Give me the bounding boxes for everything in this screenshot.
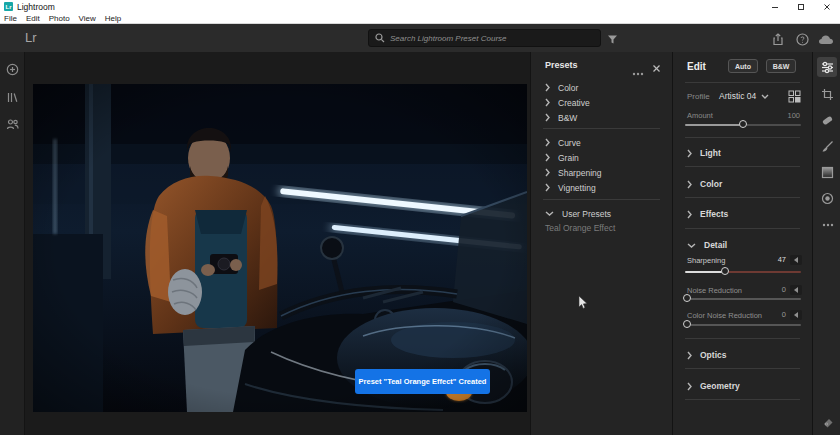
divider <box>685 338 800 339</box>
section-label: Geometry <box>700 381 740 391</box>
chevron-right-icon <box>545 98 550 107</box>
radial-gradient-tool-button[interactable] <box>820 191 835 206</box>
section-optics[interactable]: Optics <box>687 348 726 362</box>
crop-tool-button[interactable] <box>820 87 835 102</box>
divider <box>685 368 800 369</box>
amount-slider[interactable] <box>685 124 801 126</box>
chevron-down-icon <box>687 243 696 248</box>
search-input[interactable] <box>390 34 594 43</box>
section-detail[interactable]: Detail <box>687 238 727 252</box>
more-dots-icon <box>822 223 834 227</box>
chevron-right-icon <box>687 180 692 189</box>
noise-reduction-value: 0 <box>782 285 786 294</box>
add-photos-button[interactable] <box>6 62 19 75</box>
section-label: Optics <box>700 350 726 360</box>
brush-tool-button[interactable] <box>820 139 835 154</box>
auto-button[interactable]: Auto <box>728 59 758 73</box>
edit-panel-title: Edit <box>687 61 706 72</box>
albums-button[interactable] <box>6 90 19 103</box>
edit-panel: Edit Auto B&W Profile Artistic 04 Amount… <box>672 52 812 435</box>
linear-gradient-tool-button[interactable] <box>820 165 835 180</box>
profile-label: Profile <box>687 92 710 101</box>
lightroom-logo: Lr <box>25 30 37 45</box>
noise-reduction-slider[interactable] <box>685 298 801 300</box>
triangle-left-icon <box>794 257 798 263</box>
healing-tool-button[interactable] <box>820 113 835 128</box>
search-box[interactable] <box>368 29 601 47</box>
preset-group-creative[interactable]: Creative <box>545 96 590 109</box>
preset-group-label: Vignetting <box>558 183 596 193</box>
sharpening-label: Sharpening <box>687 256 725 265</box>
maximize-button[interactable] <box>788 0 814 13</box>
color-noise-reduction-slider[interactable] <box>685 324 801 326</box>
section-label: Light <box>700 148 721 158</box>
library-books-icon <box>6 91 19 104</box>
profile-grid-icon <box>788 90 801 103</box>
menu-photo[interactable]: Photo <box>49 14 70 23</box>
filter-funnel-icon <box>607 34 618 45</box>
edit-tool-button[interactable] <box>817 57 837 77</box>
cloud-icon <box>818 34 834 45</box>
preset-group-color[interactable]: Color <box>545 81 578 94</box>
menu-view[interactable]: View <box>79 14 96 23</box>
user-presets-group[interactable]: User Presets <box>545 207 611 220</box>
color-noise-reduction-slider-knob[interactable] <box>683 320 691 328</box>
filter-button[interactable] <box>604 31 620 47</box>
menu-edit[interactable]: Edit <box>26 14 40 23</box>
preset-group-label: Color <box>558 83 578 93</box>
preset-group-label: Creative <box>558 98 590 108</box>
presets-more-button[interactable] <box>632 62 644 80</box>
preset-group-sharpening[interactable]: Sharpening <box>545 166 601 179</box>
preset-group-curve[interactable]: Curve <box>545 136 581 149</box>
noise-reduction-disclosure-button[interactable] <box>790 285 802 295</box>
section-label: Color <box>700 179 722 189</box>
noise-reduction-label: Noise Reduction <box>687 286 742 295</box>
activity-badge-button[interactable] <box>820 415 835 430</box>
share-icon <box>772 33 784 46</box>
more-dots-icon <box>632 72 644 76</box>
menu-file[interactable]: File <box>4 14 17 23</box>
divider <box>685 197 800 198</box>
section-color[interactable]: Color <box>687 177 722 191</box>
share-button[interactable] <box>770 31 786 47</box>
presets-close-button[interactable] <box>652 59 661 77</box>
profile-browser-button[interactable] <box>788 89 801 107</box>
close-button[interactable] <box>814 0 840 13</box>
preset-group-bw[interactable]: B&W <box>545 111 577 124</box>
amount-value: 100 <box>787 111 800 120</box>
amount-slider-knob[interactable] <box>739 120 747 128</box>
section-light[interactable]: Light <box>687 146 721 160</box>
sharpening-disclosure-button[interactable] <box>790 255 802 265</box>
color-noise-reduction-disclosure-button[interactable] <box>790 310 802 320</box>
sharpening-value: 47 <box>778 255 786 264</box>
cloud-sync-button[interactable] <box>818 31 834 47</box>
noise-reduction-slider-knob[interactable] <box>683 294 691 302</box>
preset-group-grain[interactable]: Grain <box>545 151 579 164</box>
menu-bar: File Edit Photo View Help <box>0 13 840 24</box>
user-presets-label: User Presets <box>562 209 611 219</box>
minimize-button[interactable] <box>762 0 788 13</box>
crop-rotate-icon <box>821 88 834 101</box>
section-geometry[interactable]: Geometry <box>687 379 740 393</box>
menu-help[interactable]: Help <box>105 14 121 23</box>
divider <box>543 128 660 129</box>
preset-teal-orange-effect[interactable]: Teal Orange Effect <box>545 223 615 233</box>
divider <box>685 137 800 138</box>
preset-created-toast[interactable]: Preset "Teal Orange Effect" Created <box>355 369 490 394</box>
bw-button[interactable]: B&W <box>766 59 796 73</box>
window-titlebar: Lr Lightroom <box>0 0 840 13</box>
profile-dropdown[interactable]: Artistic 04 <box>719 91 769 101</box>
chevron-right-icon <box>687 210 692 219</box>
sharpening-slider[interactable] <box>685 271 801 273</box>
sharpening-slider-knob[interactable] <box>721 267 729 275</box>
linear-gradient-icon <box>821 166 834 179</box>
more-tools-button[interactable] <box>820 217 835 232</box>
left-sidebar <box>0 52 25 435</box>
section-effects[interactable]: Effects <box>687 207 728 221</box>
help-button[interactable] <box>794 31 810 47</box>
photo-canvas[interactable] <box>33 84 527 412</box>
presets-panel: Presets Color Creative B&W Curve Grain S… <box>530 52 672 435</box>
preset-group-vignetting[interactable]: Vignetting <box>545 181 596 194</box>
people-button[interactable] <box>6 117 19 130</box>
minimize-icon <box>771 3 779 11</box>
